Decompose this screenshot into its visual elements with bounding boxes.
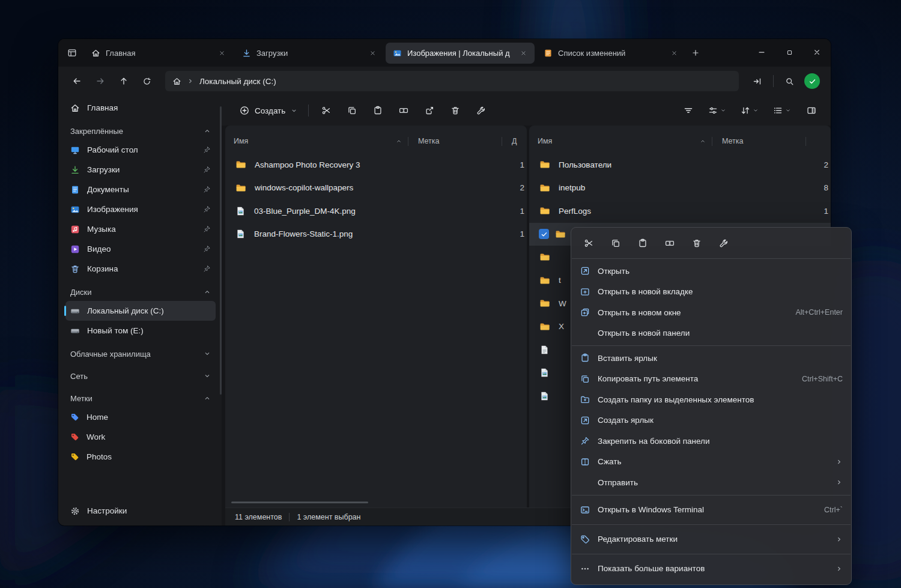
file-row[interactable]: Ashampoo Photo Recovery 3 1	[225, 153, 527, 177]
paste-button[interactable]	[365, 100, 390, 121]
column-date[interactable]: Д	[502, 137, 527, 145]
tab-close-button[interactable]	[366, 46, 379, 59]
file-row[interactable]: Пользователи 2	[529, 153, 831, 177]
menu-item-send[interactable]: Отправить	[571, 472, 851, 493]
menu-item-open-terminal[interactable]: Открыть в Windows Terminal Ctrl+`	[571, 497, 851, 523]
menu-item-create-shortcut[interactable]: Создать ярлык	[571, 410, 851, 431]
sidebar-item-recycle-bin[interactable]: Корзина	[65, 259, 216, 279]
pin-icon[interactable]	[203, 245, 211, 253]
menu-item-copy-path[interactable]: Копировать путь элемента Ctrl+Shift+C	[571, 369, 851, 390]
tab-changelog[interactable]: Список изменений	[536, 43, 685, 64]
column-name[interactable]: Имя	[538, 137, 712, 145]
column-divider[interactable]	[805, 137, 806, 146]
cut-button[interactable]	[577, 234, 600, 253]
status-badge[interactable]	[804, 73, 820, 89]
properties-button[interactable]	[712, 234, 735, 253]
up-button[interactable]	[112, 71, 135, 91]
sidebar-scrollbar[interactable]	[220, 106, 222, 395]
sidebar-item-tag-home[interactable]: Home	[65, 407, 216, 427]
sidebar-item-home[interactable]: Главная	[65, 98, 216, 118]
file-row[interactable]: inetpub 8	[529, 177, 831, 200]
view-options-button[interactable]	[702, 100, 733, 121]
sidebar-item-documents[interactable]: Документы	[65, 180, 216, 199]
tab-close-button[interactable]	[215, 46, 228, 59]
sidebar-item-settings[interactable]: Настройки	[65, 501, 216, 521]
rename-button[interactable]	[391, 100, 416, 121]
file-row[interactable]: windows-copilot-wallpapers 2	[225, 177, 527, 200]
tab-home[interactable]: Главная	[84, 43, 233, 64]
sidebar-item-new-volume-e[interactable]: Новый том (E:)	[65, 321, 216, 341]
sidebar-item-desktop[interactable]: Рабочий стол	[65, 140, 216, 160]
menu-item-compress[interactable]: Сжать	[571, 452, 851, 473]
column-tag[interactable]: Метка	[408, 137, 502, 145]
sidebar-item-tag-work[interactable]: Work	[65, 427, 216, 447]
sidebar-item-downloads[interactable]: Загрузки	[65, 160, 216, 180]
plus-circle-icon	[240, 106, 249, 115]
rename-button[interactable]	[658, 234, 681, 253]
pin-icon[interactable]	[203, 166, 211, 174]
create-button[interactable]: Создать	[234, 100, 303, 121]
sidebar-item-videos[interactable]: Видео	[65, 239, 216, 259]
cut-button[interactable]	[314, 100, 338, 121]
sidebar-section-cloud[interactable]: Облачные хранилища	[65, 345, 216, 363]
layout-button[interactable]	[766, 100, 798, 121]
tab-pictures-active[interactable]: Изображения | Локальный д	[386, 43, 535, 64]
delete-button[interactable]	[443, 100, 467, 121]
preview-pane-button[interactable]	[799, 100, 824, 121]
sidebar-section-tags[interactable]: Метки	[65, 389, 216, 407]
menu-item-open-new-pane[interactable]: Открыть в новой панели	[571, 323, 851, 344]
search-button[interactable]	[778, 71, 801, 91]
sidebar-section-network[interactable]: Сеть	[65, 367, 216, 385]
pin-icon[interactable]	[203, 225, 211, 233]
menu-item-folder-from-selection[interactable]: Создать папку из выделенных элементов	[571, 389, 851, 410]
column-tag[interactable]: Метка	[712, 137, 805, 145]
menu-item-paste-shortcut[interactable]: Вставить ярлык	[571, 348, 851, 369]
copy-button[interactable]	[339, 100, 364, 121]
menu-item-open-new-tab[interactable]: Открыть в новой вкладке	[571, 282, 851, 303]
delete-button[interactable]	[685, 234, 708, 253]
file-name: inetpub	[559, 183, 826, 192]
file-row[interactable]: Brand-Flowers-Static-1.png 1	[225, 223, 527, 246]
maximize-button[interactable]	[775, 39, 803, 65]
tab-downloads[interactable]: Загрузки	[235, 43, 384, 64]
sidebar-section-drives[interactable]: Диски	[65, 283, 216, 301]
tab-close-button[interactable]	[517, 46, 530, 59]
column-name[interactable]: Имя	[234, 137, 408, 145]
properties-button[interactable]	[469, 100, 493, 121]
sidebar-section-pinned[interactable]: Закреплённые	[65, 122, 216, 140]
paste-button[interactable]	[631, 234, 654, 253]
close-button[interactable]	[803, 39, 831, 65]
pin-icon[interactable]	[203, 265, 211, 273]
pin-icon[interactable]	[203, 186, 211, 193]
share-button[interactable]	[417, 100, 441, 121]
pin-icon[interactable]	[203, 146, 211, 154]
menu-item-show-more-options[interactable]: Показать больше вариантов	[571, 556, 851, 581]
pin-icon[interactable]	[203, 205, 211, 213]
forward-button[interactable]	[89, 71, 111, 91]
tab-close-button[interactable]	[667, 46, 681, 59]
menu-item-edit-tags[interactable]: Редактировать метки	[571, 527, 851, 552]
trash-icon	[450, 106, 460, 115]
sidebar-item-tag-photos[interactable]: Photos	[65, 447, 216, 467]
copy-button[interactable]	[604, 234, 627, 253]
file-row[interactable]: 03-Blue_Purple_DM-4K.png 1	[225, 199, 527, 223]
horizontal-scrollbar[interactable]	[231, 502, 368, 503]
tab-overview-button[interactable]	[62, 43, 82, 63]
minimize-button[interactable]	[748, 39, 775, 65]
new-tab-button[interactable]	[685, 43, 706, 63]
back-button[interactable]	[65, 71, 88, 91]
sidebar-item-pictures[interactable]: Изображения	[65, 199, 216, 219]
menu-item-open-new-window[interactable]: Открыть в новом окне Alt+Ctrl+Enter	[571, 302, 851, 323]
filter-button[interactable]	[676, 100, 700, 121]
menu-item-pin-to-sidebar[interactable]: Закрепить на боковой панели	[571, 431, 851, 452]
checkbox[interactable]	[539, 229, 549, 239]
sidebar-item-music[interactable]: Музыка	[65, 219, 216, 239]
divider	[773, 75, 774, 87]
sort-button[interactable]	[734, 100, 765, 121]
file-row[interactable]: PerfLogs 1	[529, 199, 831, 223]
sidebar-item-local-disk-c[interactable]: Локальный диск (C:)	[65, 301, 216, 321]
menu-item-open[interactable]: Открыть	[571, 261, 851, 282]
address-bar[interactable]: Локальный диск (C:)	[165, 71, 739, 91]
edit-path-button[interactable]	[746, 71, 768, 91]
refresh-button[interactable]	[136, 71, 158, 91]
